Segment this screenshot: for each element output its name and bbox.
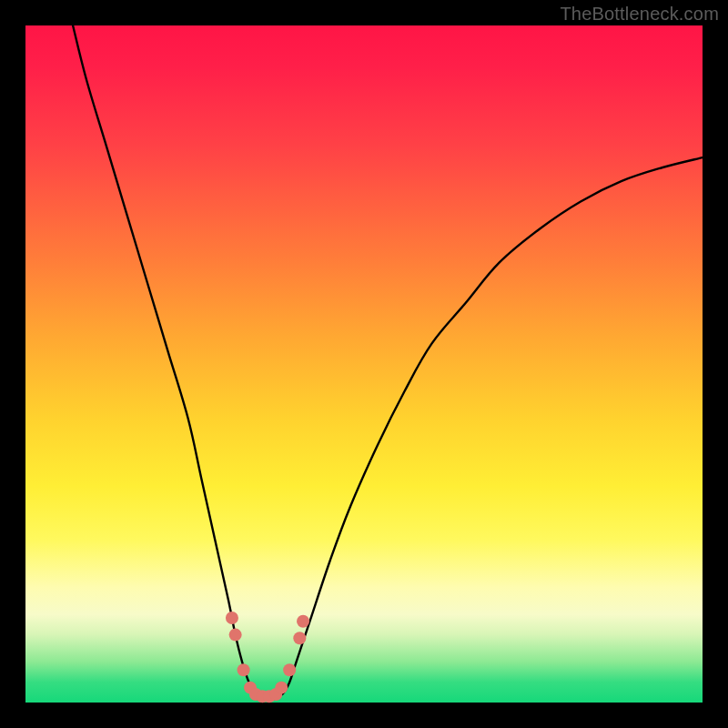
highlight-dot (297, 615, 309, 628)
highlight-dot (238, 663, 250, 676)
chart-frame: TheBottleneck.com (0, 0, 728, 728)
watermark-text: TheBottleneck.com (560, 4, 719, 25)
highlight-dot (226, 612, 238, 624)
highlight-dot (283, 663, 296, 676)
highlight-dot (293, 632, 306, 644)
highlight-dot (275, 682, 288, 694)
curve-layer (25, 25, 703, 703)
highlight-dot (229, 629, 242, 642)
plot-area (25, 25, 703, 703)
bottleneck-curve (73, 25, 703, 698)
